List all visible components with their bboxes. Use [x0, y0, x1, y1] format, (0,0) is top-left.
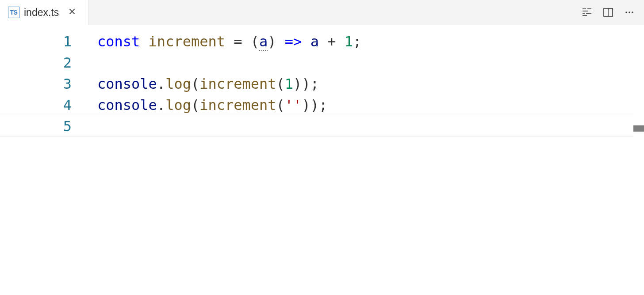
overview-ruler-mark[interactable] [633, 125, 644, 132]
prettier-icon [582, 7, 592, 18]
editor-tab[interactable]: TS index.ts [0, 0, 88, 25]
ellipsis-icon [624, 7, 635, 18]
tab-bar-spacer [88, 0, 581, 25]
line-number: 5 [0, 116, 88, 137]
svg-point-10 [632, 11, 633, 13]
typescript-file-icon: TS [8, 7, 19, 18]
split-editor-icon [603, 7, 613, 18]
tab-filename: index.ts [24, 7, 59, 19]
editor-actions [581, 0, 644, 25]
code-area[interactable]: const increment = (a) => a + 1; console.… [88, 25, 644, 295]
editor-body[interactable]: 1 2 3 4 5 const increment = (a) => a + 1… [0, 25, 644, 295]
code-line-2[interactable] [88, 52, 644, 73]
close-icon [68, 8, 76, 17]
code-line-3[interactable]: console.log(increment(1)); [88, 73, 644, 95]
tab-bar: TS index.ts [0, 0, 644, 25]
split-editor-button[interactable] [602, 7, 614, 18]
line-number: 2 [0, 52, 88, 73]
code-line-1[interactable]: const increment = (a) => a + 1; [88, 31, 644, 52]
prettier-format-button[interactable] [581, 7, 593, 18]
line-number: 3 [0, 73, 88, 95]
svg-point-9 [629, 11, 630, 13]
code-line-4[interactable]: console.log(increment('')); [88, 95, 644, 116]
code-line-5[interactable] [88, 116, 644, 137]
line-number: 4 [0, 95, 88, 116]
more-actions-button[interactable] [624, 7, 635, 18]
tab-close-button[interactable] [66, 6, 78, 19]
line-number: 1 [0, 31, 88, 52]
svg-point-8 [625, 11, 627, 13]
line-number-gutter: 1 2 3 4 5 [0, 25, 88, 295]
typescript-icon-text: TS [10, 9, 18, 16]
